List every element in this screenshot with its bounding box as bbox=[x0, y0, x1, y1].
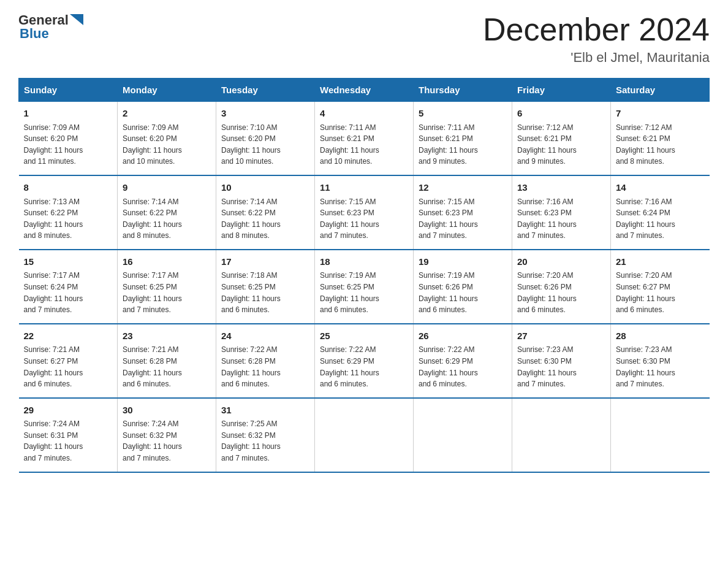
page-header: General Blue December 2024 'Elb el Jmel,… bbox=[18, 12, 710, 66]
column-header-thursday: Thursday bbox=[414, 79, 512, 102]
calendar-cell: 10Sunrise: 7:14 AMSunset: 6:22 PMDayligh… bbox=[216, 175, 315, 250]
day-number: 24 bbox=[221, 329, 309, 343]
calendar-cell: 14Sunrise: 7:16 AMSunset: 6:24 PMDayligh… bbox=[611, 175, 710, 250]
calendar-cell: 31Sunrise: 7:25 AMSunset: 6:32 PMDayligh… bbox=[216, 398, 315, 472]
calendar-cell: 29Sunrise: 7:24 AMSunset: 6:31 PMDayligh… bbox=[19, 398, 118, 472]
day-info: Sunrise: 7:24 AMSunset: 6:31 PMDaylight:… bbox=[24, 418, 113, 464]
day-number: 4 bbox=[320, 107, 408, 121]
day-number: 16 bbox=[123, 255, 211, 269]
day-info: Sunrise: 7:17 AMSunset: 6:25 PMDaylight:… bbox=[123, 270, 211, 315]
logo-blue-text: Blue bbox=[20, 26, 49, 42]
day-info: Sunrise: 7:22 AMSunset: 6:28 PMDaylight:… bbox=[221, 344, 309, 389]
day-number: 15 bbox=[24, 255, 113, 269]
calendar-cell: 25Sunrise: 7:22 AMSunset: 6:29 PMDayligh… bbox=[315, 324, 414, 398]
month-title: December 2024 bbox=[483, 12, 710, 47]
calendar-cell: 18Sunrise: 7:19 AMSunset: 6:25 PMDayligh… bbox=[315, 250, 414, 324]
column-header-sunday: Sunday bbox=[19, 79, 118, 102]
day-info: Sunrise: 7:22 AMSunset: 6:29 PMDaylight:… bbox=[419, 344, 507, 389]
day-number: 19 bbox=[419, 255, 507, 269]
day-info: Sunrise: 7:12 AMSunset: 6:21 PMDaylight:… bbox=[517, 122, 605, 167]
location-title: 'Elb el Jmel, Mauritania bbox=[483, 50, 710, 66]
logo-triangle-icon bbox=[70, 14, 83, 25]
day-info: Sunrise: 7:14 AMSunset: 6:22 PMDaylight:… bbox=[221, 196, 309, 242]
day-number: 28 bbox=[616, 329, 705, 343]
day-info: Sunrise: 7:15 AMSunset: 6:23 PMDaylight:… bbox=[320, 196, 408, 242]
day-number: 5 bbox=[419, 107, 507, 121]
day-number: 11 bbox=[320, 181, 408, 195]
day-info: Sunrise: 7:19 AMSunset: 6:25 PMDaylight:… bbox=[320, 270, 408, 315]
logo: General Blue bbox=[18, 12, 83, 42]
day-number: 22 bbox=[24, 329, 113, 343]
title-block: December 2024 'Elb el Jmel, Mauritania bbox=[483, 12, 710, 66]
day-number: 9 bbox=[123, 181, 211, 195]
day-number: 1 bbox=[24, 107, 113, 121]
day-number: 29 bbox=[24, 404, 113, 418]
day-info: Sunrise: 7:09 AMSunset: 6:20 PMDaylight:… bbox=[24, 122, 113, 167]
calendar-cell: 21Sunrise: 7:20 AMSunset: 6:27 PMDayligh… bbox=[611, 250, 710, 324]
day-info: Sunrise: 7:17 AMSunset: 6:24 PMDaylight:… bbox=[24, 270, 113, 315]
day-number: 31 bbox=[221, 404, 309, 418]
column-header-friday: Friday bbox=[512, 79, 611, 102]
day-number: 26 bbox=[419, 329, 507, 343]
day-info: Sunrise: 7:23 AMSunset: 6:30 PMDaylight:… bbox=[517, 344, 605, 389]
day-number: 25 bbox=[320, 329, 408, 343]
day-info: Sunrise: 7:24 AMSunset: 6:32 PMDaylight:… bbox=[123, 418, 211, 464]
day-number: 21 bbox=[616, 255, 705, 269]
day-info: Sunrise: 7:21 AMSunset: 6:28 PMDaylight:… bbox=[123, 344, 211, 389]
week-row-5: 29Sunrise: 7:24 AMSunset: 6:31 PMDayligh… bbox=[19, 398, 710, 472]
day-info: Sunrise: 7:23 AMSunset: 6:30 PMDaylight:… bbox=[616, 344, 705, 389]
day-info: Sunrise: 7:15 AMSunset: 6:23 PMDaylight:… bbox=[419, 196, 507, 242]
week-row-2: 8Sunrise: 7:13 AMSunset: 6:22 PMDaylight… bbox=[19, 175, 710, 250]
calendar-cell: 1Sunrise: 7:09 AMSunset: 6:20 PMDaylight… bbox=[19, 102, 118, 175]
day-info: Sunrise: 7:25 AMSunset: 6:32 PMDaylight:… bbox=[221, 418, 309, 464]
day-info: Sunrise: 7:20 AMSunset: 6:26 PMDaylight:… bbox=[517, 270, 605, 315]
day-number: 8 bbox=[24, 181, 113, 195]
calendar-cell: 4Sunrise: 7:11 AMSunset: 6:21 PMDaylight… bbox=[315, 102, 414, 175]
calendar-cell: 24Sunrise: 7:22 AMSunset: 6:28 PMDayligh… bbox=[216, 324, 315, 398]
day-info: Sunrise: 7:10 AMSunset: 6:20 PMDaylight:… bbox=[221, 122, 309, 167]
calendar-cell: 17Sunrise: 7:18 AMSunset: 6:25 PMDayligh… bbox=[216, 250, 315, 324]
calendar-cell: 11Sunrise: 7:15 AMSunset: 6:23 PMDayligh… bbox=[315, 175, 414, 250]
day-number: 10 bbox=[221, 181, 309, 195]
day-info: Sunrise: 7:14 AMSunset: 6:22 PMDaylight:… bbox=[123, 196, 211, 242]
day-number: 7 bbox=[616, 107, 705, 121]
day-number: 12 bbox=[419, 181, 507, 195]
day-number: 2 bbox=[123, 107, 211, 121]
day-info: Sunrise: 7:11 AMSunset: 6:21 PMDaylight:… bbox=[419, 122, 507, 167]
calendar-cell: 22Sunrise: 7:21 AMSunset: 6:27 PMDayligh… bbox=[19, 324, 118, 398]
calendar-cell bbox=[315, 398, 414, 472]
calendar-cell: 19Sunrise: 7:19 AMSunset: 6:26 PMDayligh… bbox=[414, 250, 512, 324]
column-header-tuesday: Tuesday bbox=[216, 79, 315, 102]
calendar-cell bbox=[512, 398, 611, 472]
calendar-cell: 8Sunrise: 7:13 AMSunset: 6:22 PMDaylight… bbox=[19, 175, 118, 250]
day-number: 30 bbox=[123, 404, 211, 418]
day-number: 20 bbox=[517, 255, 605, 269]
calendar-cell: 30Sunrise: 7:24 AMSunset: 6:32 PMDayligh… bbox=[118, 398, 216, 472]
day-info: Sunrise: 7:20 AMSunset: 6:27 PMDaylight:… bbox=[616, 270, 705, 315]
day-number: 3 bbox=[221, 107, 309, 121]
week-row-3: 15Sunrise: 7:17 AMSunset: 6:24 PMDayligh… bbox=[19, 250, 710, 324]
day-number: 17 bbox=[221, 255, 309, 269]
week-row-1: 1Sunrise: 7:09 AMSunset: 6:20 PMDaylight… bbox=[19, 102, 710, 175]
calendar-cell: 9Sunrise: 7:14 AMSunset: 6:22 PMDaylight… bbox=[118, 175, 216, 250]
calendar-cell: 7Sunrise: 7:12 AMSunset: 6:21 PMDaylight… bbox=[611, 102, 710, 175]
day-info: Sunrise: 7:16 AMSunset: 6:23 PMDaylight:… bbox=[517, 196, 605, 242]
calendar-cell: 16Sunrise: 7:17 AMSunset: 6:25 PMDayligh… bbox=[118, 250, 216, 324]
calendar-cell: 23Sunrise: 7:21 AMSunset: 6:28 PMDayligh… bbox=[118, 324, 216, 398]
calendar-cell: 3Sunrise: 7:10 AMSunset: 6:20 PMDaylight… bbox=[216, 102, 315, 175]
day-number: 13 bbox=[517, 181, 605, 195]
day-number: 23 bbox=[123, 329, 211, 343]
calendar-cell bbox=[414, 398, 512, 472]
calendar-cell: 2Sunrise: 7:09 AMSunset: 6:20 PMDaylight… bbox=[118, 102, 216, 175]
calendar-cell: 20Sunrise: 7:20 AMSunset: 6:26 PMDayligh… bbox=[512, 250, 611, 324]
svg-marker-0 bbox=[70, 14, 83, 25]
column-header-saturday: Saturday bbox=[611, 79, 710, 102]
calendar-header-row: SundayMondayTuesdayWednesdayThursdayFrid… bbox=[19, 79, 710, 102]
calendar-cell: 15Sunrise: 7:17 AMSunset: 6:24 PMDayligh… bbox=[19, 250, 118, 324]
week-row-4: 22Sunrise: 7:21 AMSunset: 6:27 PMDayligh… bbox=[19, 324, 710, 398]
calendar-cell: 13Sunrise: 7:16 AMSunset: 6:23 PMDayligh… bbox=[512, 175, 611, 250]
calendar-cell: 28Sunrise: 7:23 AMSunset: 6:30 PMDayligh… bbox=[611, 324, 710, 398]
calendar-table: SundayMondayTuesdayWednesdayThursdayFrid… bbox=[18, 78, 710, 472]
day-info: Sunrise: 7:21 AMSunset: 6:27 PMDaylight:… bbox=[24, 344, 113, 389]
day-number: 14 bbox=[616, 181, 705, 195]
